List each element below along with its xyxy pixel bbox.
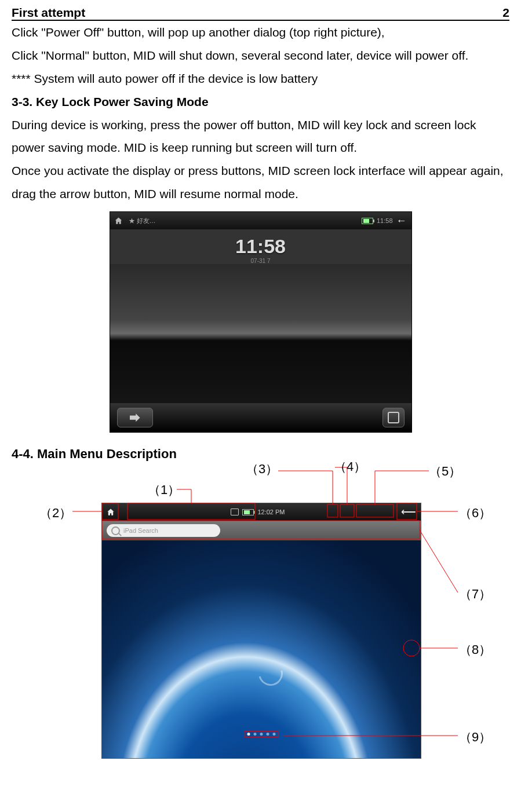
callout-8: （8） [459, 641, 491, 659]
paragraph: During device is working, press the powe… [12, 114, 509, 160]
arrow-icon [130, 412, 140, 423]
lockscreen-status-text: ★ 好友… [129, 217, 156, 225]
standby-button[interactable] [382, 408, 405, 427]
standby-icon [388, 412, 399, 423]
sdcard-icon [231, 509, 239, 515]
svg-line-9 [420, 530, 458, 592]
lockscreen-screenshot: ★ 好友… 11:58 ← 11:58 07-31 7 [110, 211, 412, 433]
lockscreen-bottom-bar [110, 403, 411, 432]
back-icon[interactable]: ⟵ [401, 506, 416, 518]
paragraph: **** System will auto power off if the d… [12, 67, 509, 90]
paragraph: Once you activate the display or press b… [12, 159, 509, 206]
paragraph: Click "Normal" button, MID will shut dow… [12, 44, 509, 67]
header-page: 2 [502, 6, 509, 20]
dot-icon [260, 733, 263, 736]
callout-7: （7） [459, 586, 491, 603]
paragraph: Click "Power Off" button, will pop up an… [12, 21, 509, 44]
lockscreen-status-bar: ★ 好友… 11:58 ← [110, 212, 411, 229]
search-icon [111, 526, 120, 535]
callout-1: （1） [148, 481, 180, 499]
main-menu-screenshot: 12:02 PM ⟵ iPad Search [101, 503, 421, 759]
dot-icon [247, 733, 250, 736]
home-icon[interactable] [107, 508, 115, 516]
battery-icon [242, 509, 254, 515]
search-bar-area: iPad Search [102, 521, 421, 540]
battery-icon [362, 218, 373, 224]
page-indicator[interactable] [245, 731, 279, 737]
main-menu-time: 12:02 PM [257, 509, 285, 515]
dot-icon [254, 733, 257, 736]
section-heading-3-3: 3-3. Key Lock Power Saving Mode [12, 90, 509, 114]
lockscreen-background [110, 264, 411, 403]
lockscreen-clock: 11:58 07-31 7 [110, 229, 411, 264]
callout-9: （9） [459, 729, 491, 746]
main-menu-top-bar: 12:02 PM ⟵ [102, 503, 421, 521]
search-placeholder: iPad Search [123, 527, 158, 534]
main-menu-wallpaper [102, 540, 421, 758]
dot-icon [267, 733, 269, 736]
main-menu-figure: 12:02 PM ⟵ iPad Search [12, 459, 509, 812]
dot-icon [273, 733, 276, 736]
callout-2: （2） [39, 504, 72, 522]
lockscreen-time: 11:58 [110, 235, 411, 258]
callout-6: （6） [459, 504, 491, 522]
lockscreen-date: 07-31 7 [110, 258, 411, 264]
page-header: First attempt 2 [12, 6, 509, 21]
body-content: Click "Power Off" button, will pop up an… [12, 21, 509, 206]
callout-4: （4） [334, 458, 366, 476]
home-icon [115, 217, 123, 225]
lockscreen-figure: ★ 好友… 11:58 ← 11:58 07-31 7 [12, 211, 509, 435]
lockscreen-status-time: 11:58 [377, 217, 393, 224]
search-input[interactable]: iPad Search [107, 524, 220, 537]
back-icon: ← [396, 215, 407, 227]
main-menu-status: 12:02 PM [231, 509, 285, 515]
slide-unlock-button[interactable] [117, 408, 153, 427]
callout-3: （3） [246, 460, 278, 478]
callout-5: （5） [429, 463, 461, 480]
header-title: First attempt [12, 6, 85, 20]
